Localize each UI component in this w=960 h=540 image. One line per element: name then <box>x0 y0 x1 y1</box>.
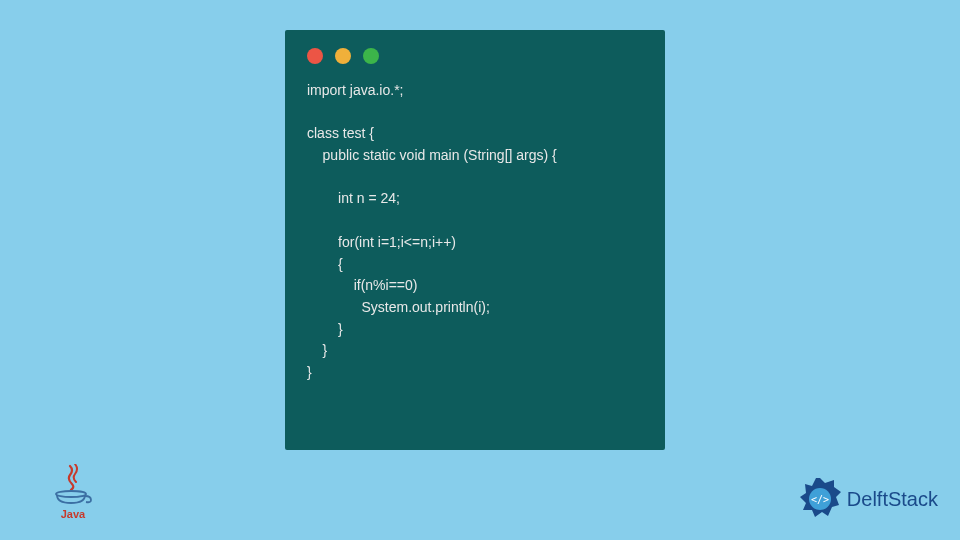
svg-point-0 <box>56 491 86 497</box>
close-icon <box>307 48 323 64</box>
delftstack-gear-icon: </> <box>797 476 843 522</box>
minimize-icon <box>335 48 351 64</box>
traffic-lights <box>285 30 665 74</box>
java-steam-icon <box>63 464 83 490</box>
java-logo-label: Java <box>61 508 85 520</box>
java-logo: Java <box>52 464 94 522</box>
delftstack-logo-label: DelftStack <box>847 488 938 511</box>
code-window: import java.io.*; class test { public st… <box>285 30 665 450</box>
maximize-icon <box>363 48 379 64</box>
svg-text:</>: </> <box>811 494 829 505</box>
delftstack-logo: </> DelftStack <box>797 476 938 522</box>
java-cup-icon <box>54 490 92 506</box>
code-content: import java.io.*; class test { public st… <box>285 74 665 404</box>
